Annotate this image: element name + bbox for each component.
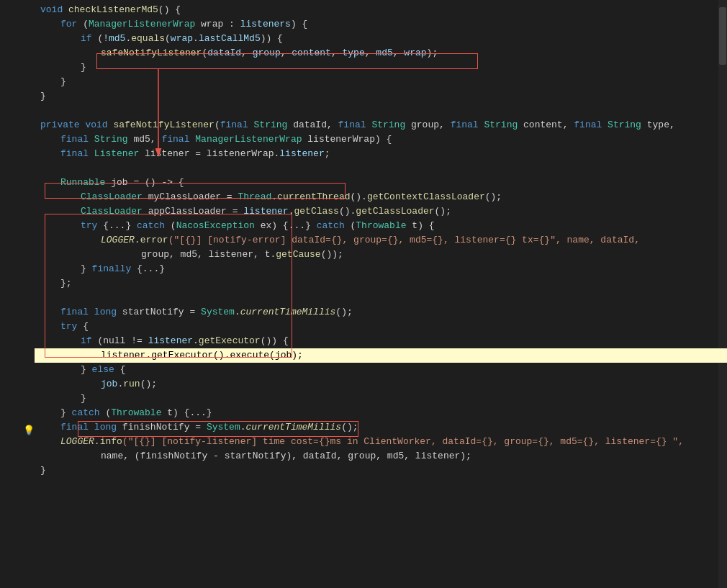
code-token: ex) {...} [255, 219, 317, 233]
code-token: final [60, 132, 89, 147]
code-token: wrap [404, 46, 426, 60]
code-token: name, (finishNotify - startNotify), data… [101, 449, 471, 463]
code-token [108, 118, 114, 132]
code-token: private [40, 118, 80, 132]
code-token: final [220, 118, 248, 132]
code-token [89, 305, 94, 320]
code-token: listener [243, 204, 288, 219]
code-token: getCause [276, 248, 320, 262]
code-token: safeNotifyListener [113, 118, 214, 132]
code-token: finally [92, 262, 132, 276]
code-token: ManagerListenerWrap [89, 17, 195, 32]
code-token: (). [213, 348, 230, 363]
code-line: } [35, 75, 727, 89]
code-token: listener [101, 348, 145, 363]
code-token: final [161, 132, 189, 147]
code-token: if [81, 32, 92, 46]
code-token: try [60, 320, 77, 334]
code-line: final Listener listener = listenerWrap.l… [35, 147, 727, 161]
code-token: dataId [207, 46, 241, 60]
code-line: } [35, 89, 727, 104]
code-token: ); [427, 46, 438, 60]
code-token: {...} [97, 219, 137, 233]
code-token: job = [105, 176, 145, 190]
code-line: name, (finishNotify - startNotify), data… [35, 449, 727, 463]
code-token: (); [435, 204, 451, 219]
code-token: safeNotifyListener [101, 46, 202, 60]
code-token: finishNotify = [117, 420, 207, 435]
code-line: if (null != listener.getExecutor()) { [35, 334, 727, 348]
code-line: LOGGER.error("[{}] [notify-error] dataId… [35, 233, 727, 248]
code-token: {...} [131, 262, 165, 276]
code-token: Thread [238, 190, 271, 204]
code-token: appClassLoader = [143, 204, 243, 219]
code-token: ("[{}] [notify-listener] time cost={}ms … [122, 435, 684, 449]
code-token: . [193, 334, 199, 348]
code-token: () -> { [145, 176, 184, 190]
code-token [248, 118, 254, 132]
code-token: md5 [109, 32, 125, 46]
code-token: myClassLoader = [143, 190, 238, 204]
code-token: } [81, 392, 86, 406]
code-token: (! [92, 32, 109, 46]
code-line: group, md5, listener, t.getCause()); [35, 248, 727, 262]
code-token [89, 420, 94, 435]
code-token: listenerWrap) { [302, 132, 392, 147]
code-token: Throwable [111, 406, 161, 420]
code-token [602, 118, 608, 132]
code-token: else [92, 363, 114, 377]
code-token: final [338, 118, 366, 132]
code-line: void checkListenerMd5() { [35, 3, 727, 17]
code-line: }; [35, 276, 727, 291]
code-token: if [81, 334, 92, 348]
code-token: long [94, 420, 117, 435]
code-token: }; [60, 276, 72, 291]
code-token: , [281, 46, 292, 60]
code-token: } [81, 262, 92, 276]
code-token: equals [131, 32, 165, 46]
code-token: ( [165, 219, 176, 233]
code-token: final [60, 147, 89, 161]
code-token: lastCallMd5 [199, 32, 261, 46]
code-token: type, [641, 118, 675, 132]
code-token: String [94, 132, 128, 147]
code-content: void checkListenerMd5() {for (ManagerLis… [35, 0, 727, 481]
code-token: group [253, 46, 281, 60]
code-token: startNotify = [117, 305, 201, 320]
code-line: LOGGER.info("[{}] [notify-listener] time… [35, 435, 727, 449]
code-token: getExecutor [199, 334, 261, 348]
code-token: currentTimeMillis [240, 305, 336, 320]
code-token: { [114, 363, 126, 377]
code-token: catch [317, 219, 345, 233]
code-token: t) {...} [161, 406, 212, 420]
code-token: ( [100, 406, 112, 420]
code-line: ClassLoader appClassLoader = listener.ge… [35, 204, 727, 219]
code-token: (null != [92, 334, 148, 348]
code-token: } [81, 60, 86, 75]
code-token: listener = listenerWrap. [139, 147, 279, 161]
code-line: final String md5, final ManagerListenerW… [35, 132, 727, 147]
code-token: ( [345, 219, 356, 233]
code-token: LOGGER [101, 233, 135, 248]
code-token: group, [405, 118, 450, 132]
code-token: ()) { [261, 334, 289, 348]
bulb-icon[interactable]: 💡 [23, 425, 35, 436]
code-token: . [94, 435, 100, 449]
code-token: String [608, 118, 641, 132]
code-token: . [117, 377, 123, 392]
code-token: (); [341, 420, 358, 435]
code-token: , [365, 46, 376, 60]
code-token: String [484, 118, 518, 132]
code-token: (). [351, 190, 367, 204]
code-token: . [135, 233, 140, 248]
code-token: String [254, 118, 288, 132]
code-line: } [35, 392, 727, 406]
code-token: ( [165, 32, 171, 46]
code-token: () { [158, 3, 181, 17]
code-token: (). [339, 204, 356, 219]
code-token: dataId, [287, 118, 338, 132]
code-token: final [60, 305, 89, 320]
code-token: } [60, 406, 72, 420]
code-token [189, 132, 195, 147]
code-token: type [343, 46, 365, 60]
